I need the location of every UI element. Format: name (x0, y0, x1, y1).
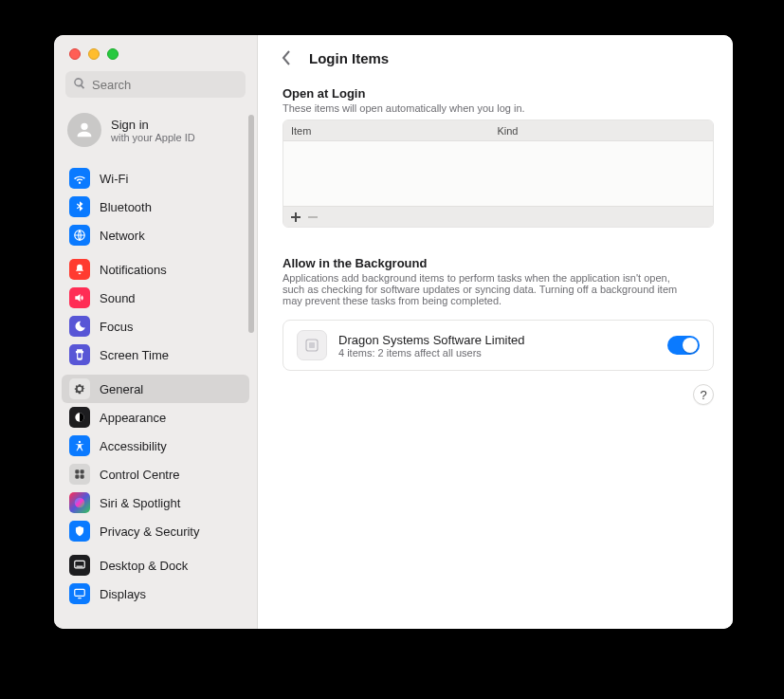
siri-icon (69, 492, 90, 513)
svg-rect-11 (308, 216, 318, 218)
content: Open at Login These items will open auto… (258, 81, 733, 629)
sidebar-item-label: Bluetooth (100, 200, 152, 214)
sidebar-item-network[interactable]: Network (62, 221, 249, 249)
table-footer (283, 206, 713, 227)
background-item-detail: 4 items: 2 items affect all users (338, 347, 656, 359)
svg-rect-4 (81, 469, 84, 473)
sound-icon (69, 287, 90, 308)
sidebar-item-label: Wi-Fi (100, 172, 128, 186)
background-item-title: Dragon Systems Software Limited (338, 333, 656, 347)
bluetooth-icon (69, 196, 90, 217)
open-at-login-sub: These items will open automatically when… (283, 101, 714, 120)
search-icon (73, 77, 92, 93)
sidebar-item-appearance[interactable]: Appearance (62, 403, 249, 432)
appearance-icon (69, 407, 90, 428)
sidebar-item-label: Privacy & Security (100, 524, 199, 539)
sidebar-scrollbar[interactable] (247, 115, 255, 621)
window-controls (54, 35, 257, 67)
app-icon (297, 330, 327, 360)
background-item: Dragon Systems Software Limited4 items: … (283, 320, 714, 371)
sidebar-item-desktopdock[interactable]: Desktop & Dock (62, 551, 249, 579)
table-header: Item Kind (283, 120, 713, 141)
table-body[interactable] (283, 141, 713, 206)
sidebar-item-label: Sound (100, 291, 136, 305)
settings-window: Sign in with your Apple ID Wi-FiBluetoot… (54, 35, 733, 629)
sidebar-item-label: Notifications (100, 263, 167, 277)
sidebar-item-displays[interactable]: Displays (62, 579, 249, 608)
sidebar-account[interactable]: Sign in with your Apple ID (54, 107, 257, 158)
background-sub: Applications add background items to per… (283, 270, 690, 312)
screentime-icon (69, 344, 90, 365)
sidebar-item-label: Accessibility (100, 439, 167, 453)
sidebar-item-label: Displays (100, 587, 146, 601)
sidebar-item-controlcentre[interactable]: Control Centre (62, 460, 249, 488)
network-icon (69, 225, 90, 246)
back-button[interactable] (277, 48, 296, 67)
login-items-table: Item Kind (283, 120, 714, 228)
remove-login-item-button[interactable] (304, 209, 321, 226)
background-item-toggle[interactable] (667, 336, 700, 355)
zoom-window-button[interactable] (107, 48, 119, 60)
sidebar-item-screentime[interactable]: Screen Time (62, 340, 249, 369)
displays-icon (69, 583, 90, 604)
privacy-icon (69, 521, 90, 542)
svg-point-2 (79, 441, 81, 443)
sidebar-item-label: Focus (100, 320, 133, 334)
svg-rect-8 (75, 561, 85, 568)
sidebar-item-accessibility[interactable]: Accessibility (62, 432, 249, 460)
page-title: Login Items (309, 50, 389, 66)
close-window-button[interactable] (69, 48, 81, 60)
sidebar-item-siri[interactable]: Siri & Spotlight (62, 488, 249, 517)
accessibility-icon (69, 435, 90, 456)
add-login-item-button[interactable] (287, 209, 304, 226)
sidebar-item-notifications[interactable]: Notifications (62, 255, 249, 284)
sidebar-item-label: Control Centre (100, 468, 180, 482)
sidebar-item-label: Screen Time (100, 348, 169, 362)
controlcentre-icon (69, 464, 90, 485)
help-button[interactable]: ? (693, 384, 714, 405)
account-subtitle: with your Apple ID (111, 132, 195, 143)
svg-rect-13 (309, 342, 315, 348)
svg-rect-3 (75, 469, 79, 473)
background-heading: Allow in the Background (283, 250, 714, 270)
sidebar-item-label: Network (100, 229, 145, 243)
open-at-login-heading: Open at Login (283, 81, 714, 101)
sidebar-item-label: General (100, 382, 143, 396)
wifi-icon (69, 168, 90, 189)
svg-point-7 (75, 498, 85, 508)
titlebar: Login Items (258, 35, 733, 81)
avatar (67, 113, 101, 147)
svg-rect-5 (75, 475, 79, 479)
sidebar-item-label: Siri & Spotlight (100, 496, 180, 510)
scrollbar-thumb[interactable] (248, 115, 254, 333)
search-input[interactable] (92, 78, 251, 92)
sidebar-item-label: Appearance (100, 411, 166, 425)
svg-rect-10 (75, 589, 85, 596)
sidebar-item-privacy[interactable]: Privacy & Security (62, 517, 249, 545)
main-panel: Login Items Open at Login These items wi… (258, 35, 733, 629)
account-title: Sign in (111, 118, 195, 132)
help-row: ? (283, 384, 714, 405)
sidebar-item-label: Desktop & Dock (100, 559, 188, 573)
background-item-text: Dragon Systems Software Limited4 items: … (338, 333, 656, 359)
svg-rect-6 (81, 475, 84, 479)
desktopdock-icon (69, 555, 90, 576)
search-field[interactable] (65, 71, 246, 98)
col-item[interactable]: Item (283, 125, 489, 137)
notifications-icon (69, 259, 90, 280)
sidebar-item-general[interactable]: General (62, 375, 249, 403)
sidebar-item-sound[interactable]: Sound (62, 284, 249, 312)
sidebar-item-wifi[interactable]: Wi-Fi (62, 164, 249, 193)
svg-rect-9 (77, 566, 83, 567)
sidebar: Sign in with your Apple ID Wi-FiBluetoot… (54, 35, 258, 629)
account-text: Sign in with your Apple ID (111, 118, 195, 143)
sidebar-item-bluetooth[interactable]: Bluetooth (62, 193, 249, 221)
col-kind[interactable]: Kind (489, 125, 713, 137)
sidebar-item-focus[interactable]: Focus (62, 312, 249, 340)
general-icon (69, 378, 90, 399)
sidebar-list[interactable]: Wi-FiBluetoothNetworkNotificationsSoundF… (54, 158, 257, 629)
minimize-window-button[interactable] (88, 48, 100, 60)
focus-icon (69, 316, 90, 337)
